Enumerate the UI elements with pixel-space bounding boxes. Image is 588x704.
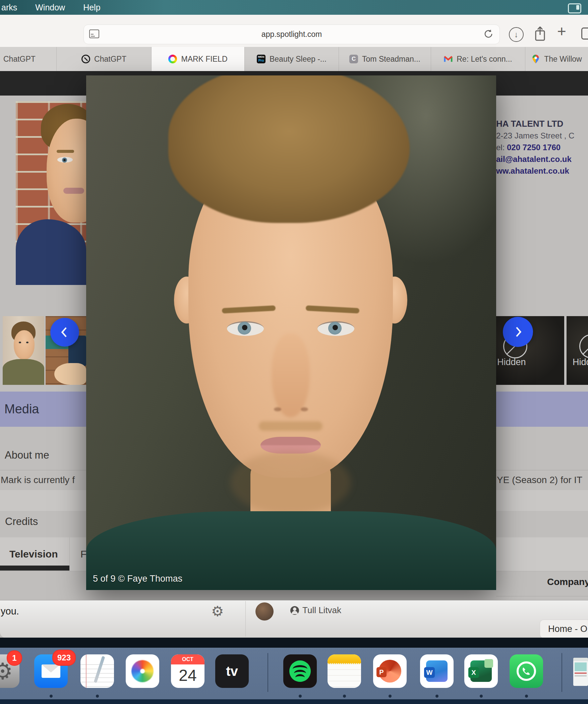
new-tab-icon[interactable]: + xyxy=(557,22,566,40)
person-badge-icon xyxy=(290,606,299,615)
dock-excel-icon[interactable]: X xyxy=(464,654,498,688)
tab-overview-icon[interactable] xyxy=(581,27,588,40)
spotify-logo-icon xyxy=(289,660,311,682)
wallpaper-strip xyxy=(0,699,588,704)
chevron-right-icon xyxy=(511,324,525,340)
carousel-thumb-hidden-2[interactable]: Hidden xyxy=(567,316,588,385)
envelope-icon xyxy=(42,664,60,678)
agency-street: 2-23 James Street , C xyxy=(496,130,588,141)
agency-name: HA TALENT LTD xyxy=(496,118,588,130)
c-app-icon: C xyxy=(349,55,358,63)
page-settings-icon[interactable] xyxy=(89,30,99,38)
mail-badge: 923 xyxy=(52,650,76,666)
tab-beauty-sleep[interactable]: IMDbPro Beauty Sleep -... xyxy=(245,47,339,71)
tab-mark-field[interactable]: MARK FIELD xyxy=(152,47,245,71)
tab-film[interactable]: F xyxy=(80,548,86,560)
url-text: app.spotlight.com xyxy=(261,30,322,39)
dock-whatsapp-icon[interactable] xyxy=(510,654,543,688)
hidden-label: Hidden xyxy=(573,357,588,367)
avatar[interactable] xyxy=(255,602,274,621)
tab-bar: ChatGPT ChatGPT MARK FIELD IMDbPro Beaut… xyxy=(0,47,588,71)
imdb-pro-icon: IMDbPro xyxy=(257,55,266,63)
about-me-text-right: YE (Season 2) for IT xyxy=(497,475,582,485)
lightbox-caption: 5 of 9 © Faye Thomas xyxy=(93,574,182,584)
profile-owner-name: Tull Litvak xyxy=(302,605,341,615)
dock-notes-icon[interactable] xyxy=(328,654,361,688)
agency-website[interactable]: ww.ahatalent.co.uk xyxy=(496,165,588,177)
tab-chatgpt-1[interactable]: ChatGPT xyxy=(0,47,57,71)
downloads-icon[interactable]: ↓ xyxy=(509,27,524,42)
dock-spotify-icon[interactable] xyxy=(283,654,317,688)
address-bar[interactable]: app.spotlight.com xyxy=(83,24,500,44)
carousel-prev-button[interactable] xyxy=(50,318,79,347)
dock-textedit-icon[interactable] xyxy=(80,654,114,688)
menu-item-bookmarks[interactable]: arks xyxy=(1,3,17,12)
media-heading: Media xyxy=(4,402,39,416)
dock-powerpoint-icon[interactable]: P xyxy=(373,654,407,688)
reload-icon[interactable] xyxy=(483,28,494,40)
gear-icon[interactable]: ⚙ xyxy=(211,603,224,620)
table-header-company: Company xyxy=(547,577,588,587)
share-icon[interactable] xyxy=(533,25,546,42)
profile-main-photo[interactable] xyxy=(16,101,86,285)
dock-apple-tv-icon[interactable]: tv xyxy=(215,654,249,688)
tab-tom-steadman[interactable]: C Tom Steadman... xyxy=(339,47,431,71)
menu-item-help[interactable]: Help xyxy=(83,3,100,12)
chevron-left-icon xyxy=(58,324,71,340)
tab-gmail[interactable]: Re: Let's conn... xyxy=(431,47,525,71)
agency-info: HA TALENT LTD 2-23 James Street , C el: … xyxy=(496,118,588,177)
macos-screen: arks Window Help app.spotlight.com ↓ + C… xyxy=(0,0,588,704)
menu-bar: arks Window Help xyxy=(0,0,588,15)
about-me-heading: About me xyxy=(5,449,49,461)
whatsapp-phone-icon xyxy=(515,660,537,682)
safari-toolbar: app.spotlight.com ↓ + xyxy=(0,15,588,47)
openai-logo-icon xyxy=(81,55,90,63)
tab-the-willow[interactable]: The Willow xyxy=(525,47,588,71)
desktop-gap xyxy=(0,638,588,648)
agency-email[interactable]: ail@ahatalent.co.uk xyxy=(496,153,588,165)
gmail-icon xyxy=(444,55,453,63)
tab-chatgpt-2[interactable]: ChatGPT xyxy=(57,47,152,71)
carousel-thumb-1[interactable] xyxy=(3,316,44,385)
home-window-tab[interactable]: Home - O xyxy=(540,620,588,638)
hidden-label: Hidden xyxy=(497,357,526,367)
tab-television[interactable]: Television xyxy=(9,548,58,560)
pinwheel-icon xyxy=(131,660,154,682)
portrait-hair xyxy=(168,75,410,223)
dock: ⚙ 1 923 OCT 24 tv xyxy=(0,648,588,704)
background-window[interactable]: you. ⚙ Tull Litvak xyxy=(0,600,588,638)
dock-calendar-icon[interactable]: OCT 24 xyxy=(171,654,204,688)
settings-badge: 1 xyxy=(7,650,22,666)
credits-heading: Credits xyxy=(5,516,38,528)
dock-word-icon[interactable]: W xyxy=(420,654,454,688)
photo-lightbox[interactable]: 5 of 9 © Faye Thomas xyxy=(86,75,496,590)
background-window-text: you. xyxy=(1,606,19,617)
agency-phone: el: 020 7250 1760 xyxy=(496,141,588,153)
dock-minimized-window[interactable] xyxy=(573,658,588,686)
carousel-next-button[interactable] xyxy=(503,317,533,347)
menu-item-window[interactable]: Window xyxy=(35,3,65,12)
google-maps-pin-icon xyxy=(531,55,540,63)
dock-photos-icon[interactable] xyxy=(126,654,159,688)
hidden-eye-icon xyxy=(579,334,588,358)
portrait-nose xyxy=(272,334,310,417)
active-tab-underline xyxy=(0,566,69,571)
spotlight-favicon-icon xyxy=(168,55,177,63)
about-me-text-left: Mark is currently f xyxy=(1,475,75,485)
agency-phone-number: 020 7250 1760 xyxy=(507,143,561,152)
display-menu-icon[interactable] xyxy=(568,3,581,13)
